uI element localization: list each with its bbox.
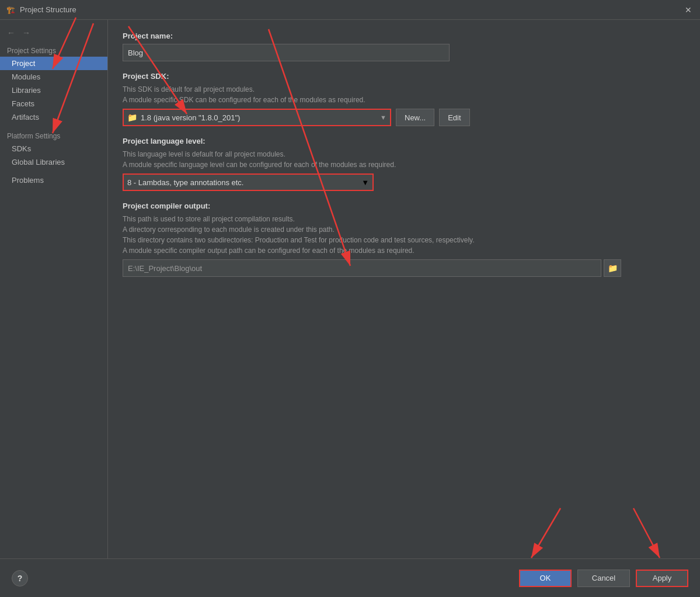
project-sdk-label: Project SDK:	[123, 72, 685, 81]
sidebar-item-facets[interactable]: Facets	[0, 97, 107, 110]
project-sdk-section: Project SDK: This SDK is default for all…	[123, 72, 685, 126]
sdk-row: 📁 1.8 (java version "1.8.0_201") ▼ New..…	[123, 109, 685, 126]
compiler-output-label: Project compiler output:	[123, 202, 685, 210]
sdk-dropdown-arrow: ▼	[380, 114, 386, 121]
lang-select-wrapper[interactable]: 8 - Lambdas, type annotations etc. ▼	[123, 173, 374, 191]
sidebar-item-sdks[interactable]: SDKs	[0, 142, 107, 155]
project-name-label: Project name:	[123, 32, 685, 40]
project-name-input[interactable]	[123, 44, 450, 61]
compiler-output-section: Project compiler output: This path is us…	[123, 202, 685, 277]
sidebar-item-global-libraries[interactable]: Global Libraries	[0, 155, 107, 169]
close-button[interactable]: ✕	[682, 4, 694, 16]
nav-arrows: ← →	[0, 25, 107, 41]
project-lang-desc: This language level is default for all p…	[123, 149, 685, 170]
project-settings-label: Project Settings	[0, 43, 107, 57]
lang-select[interactable]: 8 - Lambdas, type annotations etc.	[127, 178, 361, 187]
project-structure-dialog: 🏗️ Project Structure ✕ ← → Project Setti…	[0, 0, 700, 597]
app-icon: 🏗️	[6, 5, 15, 15]
project-sdk-desc1: This SDK is default for all project modu…	[123, 84, 685, 105]
lang-dropdown-arrow: ▼	[361, 178, 369, 187]
sidebar-item-project[interactable]: Project	[0, 57, 107, 70]
right-panel: Project name: Project SDK: This SDK is d…	[108, 20, 700, 558]
project-name-section: Project name:	[123, 32, 685, 61]
bottom-bar: ? OK Cancel Apply	[0, 558, 700, 597]
bottom-actions: OK Cancel Apply	[519, 570, 688, 587]
sdk-edit-button[interactable]: Edit	[439, 109, 469, 126]
title-bar: 🏗️ Project Structure ✕	[0, 0, 700, 20]
sdk-select-wrapper[interactable]: 📁 1.8 (java version "1.8.0_201") ▼	[123, 109, 391, 126]
sidebar: ← → Project Settings Project Modules Lib…	[0, 20, 108, 558]
sidebar-item-artifacts[interactable]: Artifacts	[0, 110, 107, 124]
sidebar-item-libraries[interactable]: Libraries	[0, 84, 107, 97]
ok-button[interactable]: OK	[519, 570, 572, 587]
sdk-folder-icon: 📁	[127, 113, 137, 122]
sidebar-item-modules[interactable]: Modules	[0, 70, 107, 84]
main-content: ← → Project Settings Project Modules Lib…	[0, 20, 700, 558]
sdk-new-button[interactable]: New...	[396, 109, 434, 126]
apply-button[interactable]: Apply	[636, 570, 688, 587]
compiler-output-row: 📁	[123, 259, 685, 277]
platform-settings-label: Platform Settings	[0, 129, 107, 142]
dialog-title: Project Structure	[20, 5, 678, 14]
nav-back[interactable]: ←	[5, 27, 18, 39]
sdk-select[interactable]: 1.8 (java version "1.8.0_201")	[141, 113, 380, 122]
help-button[interactable]: ?	[12, 570, 28, 586]
project-lang-section: Project language level: This language le…	[123, 137, 685, 191]
nav-forward[interactable]: →	[20, 27, 33, 39]
browse-folder-button[interactable]: 📁	[604, 259, 621, 277]
project-lang-label: Project language level:	[123, 137, 685, 145]
sidebar-item-problems[interactable]: Problems	[0, 173, 107, 187]
cancel-button[interactable]: Cancel	[577, 570, 630, 587]
compiler-output-desc: This path is used to store all project c…	[123, 214, 685, 256]
compiler-output-input[interactable]	[123, 259, 601, 277]
